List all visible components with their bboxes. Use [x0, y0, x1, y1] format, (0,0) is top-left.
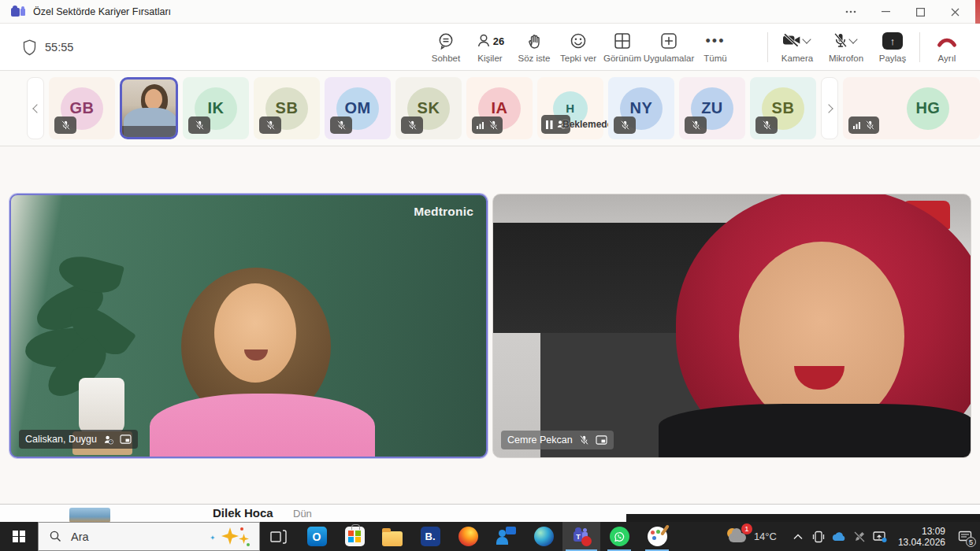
microphone-button[interactable]: Mikrofon: [822, 25, 870, 69]
video-tile-cemre-pekcan[interactable]: Cemre Pekcan: [492, 194, 971, 458]
cast-screen-icon[interactable]: [870, 522, 890, 551]
taskbar-app-firefox[interactable]: [449, 522, 487, 551]
mic-muted-badge: [259, 116, 281, 134]
camera-options-chevron[interactable]: [802, 35, 811, 43]
waiting-label: Beklemede: [562, 119, 612, 130]
tray-time: 13:09: [898, 526, 945, 537]
participant-filmstrip: GB IK SB OM SK IA H: [0, 71, 980, 146]
mic-muted-badge: [685, 116, 707, 134]
react-button[interactable]: Tepki ver: [556, 25, 600, 69]
participant-tile[interactable]: HG: [843, 77, 980, 139]
teams-meeting-window: Özel Sektörde Kariyer Fırsatları 55:55 S…: [0, 0, 980, 551]
tray-date: 13.04.2026: [898, 537, 945, 548]
share-button[interactable]: ↑ Paylaş: [870, 25, 915, 69]
maximize-button[interactable]: [903, 0, 937, 24]
mic-options-chevron[interactable]: [848, 35, 857, 43]
whatsapp-icon: [610, 527, 629, 546]
participant-tile[interactable]: IK: [183, 77, 249, 139]
raise-hand-button[interactable]: Söz iste: [512, 25, 556, 69]
toolbar-divider: [767, 32, 768, 62]
signal-bars-icon: [852, 120, 862, 130]
minimize-button[interactable]: [868, 0, 903, 24]
meeting-stage: Medtronic Caliskan, Duygu ? Cemre Pekcan: [0, 146, 980, 522]
taskbar-app-whatsapp[interactable]: [600, 522, 638, 551]
search-highlights-icon[interactable]: [209, 527, 250, 546]
chat-icon: [437, 31, 455, 50]
taskbar-app-edge[interactable]: [525, 522, 562, 551]
taskbar-app-teams[interactable]: T: [562, 522, 600, 551]
chevron-right-icon: [824, 104, 833, 113]
window-title: Özel Sektörde Kariyer Fırsatları: [33, 6, 171, 17]
pip-icon: [120, 435, 132, 445]
task-view-icon: [270, 529, 288, 545]
toolbar-divider: [919, 32, 920, 62]
strip-next-button[interactable]: [821, 77, 838, 139]
pen-disabled-icon[interactable]: [849, 522, 870, 551]
notification-center-button[interactable]: 5: [953, 522, 977, 551]
temperature-label: 14°C: [754, 531, 777, 542]
taskbar-app-store[interactable]: [336, 522, 373, 551]
mic-muted-badge: [755, 116, 778, 134]
participant-tile[interactable]: SK: [395, 77, 462, 139]
participant-name-label: Cemre Pekcan: [501, 431, 614, 449]
start-button[interactable]: [0, 522, 38, 551]
apps-button[interactable]: Uygulamalar: [644, 25, 693, 69]
taskbar-app-booking[interactable]: B.: [411, 522, 449, 551]
participant-tile[interactable]: ZU: [679, 77, 745, 139]
edge-icon: [534, 527, 554, 546]
more-actions-button[interactable]: ••• Tümü: [693, 25, 737, 69]
mic-off-icon: [865, 120, 875, 131]
meeting-timer: 55:55: [22, 24, 73, 71]
mic-muted-badge: [330, 116, 352, 134]
search-icon: [50, 531, 61, 542]
paint-icon: [648, 527, 667, 546]
close-button[interactable]: [937, 0, 972, 24]
task-view-button[interactable]: [260, 522, 298, 551]
chat-button[interactable]: Sohbet: [424, 25, 468, 69]
participant-tile[interactable]: NY: [608, 77, 674, 139]
taskbar-search[interactable]: Ara: [38, 522, 260, 551]
taskbar-app-chat[interactable]: [487, 522, 525, 551]
tray-overflow-chevron[interactable]: [788, 522, 808, 551]
smiley-icon: [570, 31, 587, 50]
grid-view-icon: [614, 31, 631, 50]
leave-button[interactable]: Ayrıl: [925, 25, 969, 69]
participant-tile[interactable]: SB: [254, 77, 320, 139]
mic-off-icon: [833, 31, 848, 50]
participant-tile-waiting[interactable]: H ? Beklemede: [537, 77, 603, 139]
taskbar-app-paint[interactable]: [638, 522, 676, 551]
booking-icon: B.: [421, 527, 440, 546]
meeting-toolbar: 55:55 Sohbet 26 Kişiler Söz iste Tepki v…: [0, 24, 980, 71]
participant-tile[interactable]: SB: [750, 77, 816, 139]
participant-tile[interactable]: OM: [325, 77, 391, 139]
people-button[interactable]: 26 Kişiler: [468, 25, 512, 69]
attendee-info-icon: ?: [103, 435, 113, 445]
phone-link-icon[interactable]: [808, 522, 829, 551]
raised-hand-icon: [526, 31, 543, 50]
mic-muted-badge: [401, 116, 423, 134]
taskbar-app-file-explorer[interactable]: [373, 522, 411, 551]
strip-prev-button[interactable]: [27, 77, 44, 139]
camera-button[interactable]: Kamera: [773, 25, 822, 69]
participant-tile[interactable]: IA: [466, 77, 533, 139]
chat-person-icon: [496, 527, 516, 546]
mic-muted-badge: [188, 116, 210, 134]
security-shield-icon: [22, 39, 37, 56]
self-video-thumbnail[interactable]: [120, 77, 178, 139]
onedrive-icon[interactable]: [829, 522, 849, 551]
taskbar-app-outlook[interactable]: O: [298, 522, 336, 551]
view-button[interactable]: Görünüm: [600, 25, 644, 69]
plant-pot: [79, 378, 124, 435]
outlook-icon: O: [307, 527, 327, 546]
mic-off-icon: [579, 435, 589, 446]
window-more-button[interactable]: [833, 0, 868, 24]
participant-tile[interactable]: GB: [49, 77, 115, 139]
contact-avatar: [69, 508, 110, 523]
avatar: HG: [907, 87, 949, 130]
weather-widget[interactable]: 1: [726, 527, 749, 547]
background-chat-window[interactable]: Dilek Hoca Dün: [0, 504, 980, 522]
taskbar-clock[interactable]: 13:09 13.04.2026: [898, 526, 945, 548]
video-tile-caliskan-duygu[interactable]: Medtronic Caliskan, Duygu ?: [9, 194, 488, 458]
mic-muted-badge: [54, 116, 76, 134]
participant-name-label: Caliskan, Duygu ?: [19, 430, 138, 449]
